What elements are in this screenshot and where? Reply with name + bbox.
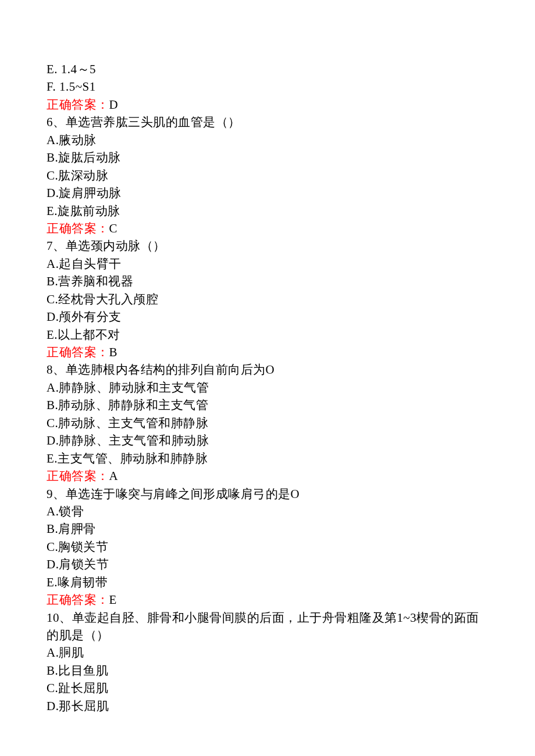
text-line: A.胴肌 (47, 644, 488, 661)
text-line: D.那长屈肌 (47, 697, 488, 715)
answer-line: 正确答案：B (47, 343, 488, 361)
answer-line: 正确答案：C (47, 220, 488, 237)
text-line: E.喙肩韧带 (47, 574, 488, 591)
answer-prefix: 正确答案： (47, 98, 109, 112)
text-line: B.比目鱼肌 (47, 662, 488, 679)
text-line: 9、单选连于喙突与肩峰之间形成喙肩弓的是O (47, 485, 488, 503)
answer-line: 正确答案：E (47, 591, 488, 608)
answer-value: E (109, 593, 117, 607)
answer-prefix: 正确答案： (47, 221, 109, 235)
text-line: A.起自头臂干 (47, 255, 488, 273)
text-line: A.锁骨 (47, 503, 488, 520)
text-line: D.颅外有分支 (47, 308, 488, 325)
exam-page: E. 1.4～5F. 1.5~S1正确答案：D6、单选营养肱三头肌的血管是（）A… (0, 0, 535, 756)
answer-line: 正确答案：A (47, 467, 488, 485)
text-line: B.营养脑和视器 (47, 273, 488, 290)
answer-value: D (109, 98, 119, 112)
text-line: 7、单选颈内动脉（） (47, 237, 488, 255)
text-line: E. 1.4～5 (47, 60, 488, 78)
text-line: E.以上都不对 (47, 326, 488, 343)
text-line: 10、单壶起自胫、腓骨和小腿骨间膜的后面，止于舟骨粗隆及第1~3楔骨的跖面的肌是… (47, 609, 488, 644)
answer-value: C (109, 221, 118, 235)
text-line: A.腋动脉 (47, 131, 488, 149)
text-line: E.旋肱前动脉 (47, 202, 488, 220)
text-line: 6、单选营养肱三头肌的血管是（） (47, 113, 488, 131)
text-line: B.肩胛骨 (47, 520, 488, 538)
answer-prefix: 正确答案： (47, 345, 109, 359)
answer-prefix: 正确答案： (47, 593, 109, 607)
text-line: D.旋肩胛动脉 (47, 184, 488, 202)
text-line: B.肺动脉、肺静脉和主支气管 (47, 396, 488, 414)
answer-value: A (109, 469, 119, 483)
text-line: C.经枕骨大孔入颅腔 (47, 291, 488, 308)
text-line: E.主支气管、肺动脉和肺静脉 (47, 450, 488, 467)
answer-line: 正确答案：D (47, 96, 488, 113)
text-line: 8、单选肺根内各结构的排列自前向后为O (47, 361, 488, 378)
text-line: A.肺静脉、肺动脉和主支气管 (47, 379, 488, 396)
text-line: D.肺静脉、主支气管和肺动脉 (47, 432, 488, 449)
answer-prefix: 正确答案： (47, 469, 109, 483)
text-line: C.胸锁关节 (47, 538, 488, 556)
answer-value: B (109, 345, 118, 359)
text-line: B.旋肱后动脉 (47, 149, 488, 166)
text-line: C.肱深动脉 (47, 167, 488, 184)
text-line: D.肩锁关节 (47, 556, 488, 573)
text-line: F. 1.5~S1 (47, 78, 488, 95)
text-line: C.趾长屈肌 (47, 679, 488, 697)
text-line: C.肺动脉、主支气管和肺静脉 (47, 414, 488, 432)
